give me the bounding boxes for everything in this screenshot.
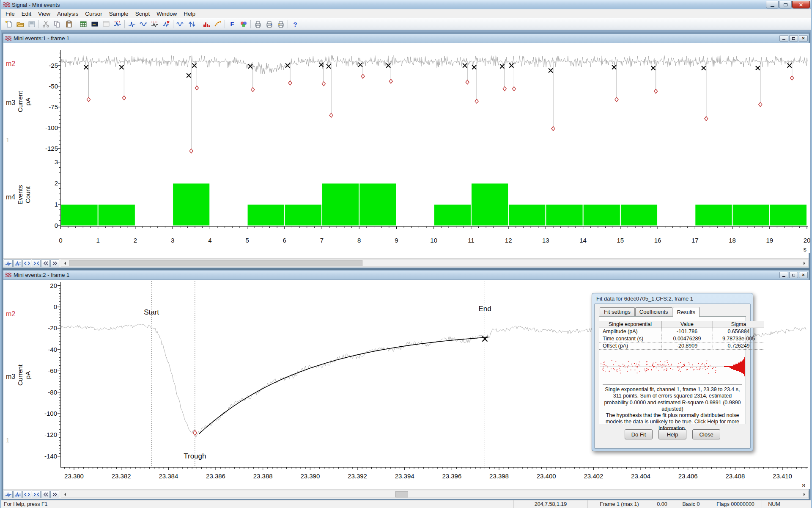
- open-file-icon[interactable]: [14, 19, 26, 30]
- maximize-icon: [792, 274, 795, 276]
- window2-titlebar[interactable]: Mini events:2 - frame 1 ×: [3, 271, 809, 280]
- data-view-icon[interactable]: [126, 19, 137, 30]
- x-tick-label: 2: [134, 237, 137, 244]
- trace-and-histogram-plot[interactable]: -25-50-75-100-12501230123456789101112131…: [3, 43, 810, 253]
- x-axis-expand-icon[interactable]: [22, 260, 31, 267]
- status-flags: Flags 00000000: [709, 500, 762, 508]
- fit-data-icon[interactable]: [212, 19, 223, 30]
- tab-fit-settings[interactable]: Fit settings: [600, 307, 635, 316]
- window2-scroll-thumb[interactable]: [395, 491, 408, 497]
- status-bar: For Help, press F1204,7.58,1.19Frame 1 (…: [1, 500, 811, 508]
- frame-number-label[interactable]: 1: [6, 136, 9, 144]
- window1-titlebar[interactable]: Mini events:1 - frame 1 ×: [3, 34, 809, 43]
- x-axis-expand-icon[interactable]: [22, 491, 31, 498]
- residual-point: [636, 364, 637, 364]
- new-file-icon[interactable]: [3, 19, 14, 30]
- copy-icon[interactable]: [52, 19, 63, 30]
- x-tick-label: 23.410: [773, 472, 792, 480]
- window1-maximize-button[interactable]: [789, 35, 798, 41]
- window1-scroll-thumb[interactable]: [69, 260, 362, 266]
- overdraw-mode-icon[interactable]: [13, 260, 22, 267]
- window2-hscrollbar[interactable]: [61, 491, 809, 498]
- sort-frames-icon[interactable]: [186, 19, 198, 30]
- window1-close-button[interactable]: ×: [799, 35, 808, 41]
- paste-icon[interactable]: [63, 19, 74, 30]
- maximize-button[interactable]: [779, 1, 792, 8]
- scroll-right-arrow[interactable]: [801, 491, 808, 497]
- frame-number-label[interactable]: 1: [6, 436, 9, 444]
- x-axis-compress-icon[interactable]: [32, 260, 41, 267]
- print-log-icon[interactable]: [275, 19, 286, 30]
- menu-script[interactable]: Script: [132, 10, 154, 18]
- overdraw-mode-icon[interactable]: [13, 491, 22, 498]
- cut-icon[interactable]: [40, 19, 52, 30]
- menu-file[interactable]: File: [2, 10, 18, 18]
- menu-analysis[interactable]: Analysis: [54, 10, 82, 18]
- menu-cursor[interactable]: Cursor: [82, 10, 106, 18]
- event-trough-diamond-marker: [122, 96, 126, 100]
- close-button[interactable]: ✕: [792, 1, 810, 8]
- output-window-icon[interactable]: [89, 19, 100, 30]
- reject-frames-icon[interactable]: [160, 19, 172, 30]
- x-axis-compress-icon[interactable]: [32, 491, 41, 498]
- scroll-right-fast-icon[interactable]: [50, 491, 59, 498]
- overdraw-frames-icon[interactable]: [149, 19, 160, 30]
- window1-navstrip: [3, 258, 809, 268]
- scroll-left-fast-icon[interactable]: [41, 260, 50, 267]
- sample-control-icon[interactable]: [112, 19, 123, 30]
- channel-m3-label[interactable]: m3: [6, 373, 15, 380]
- x-tick-label: 10: [430, 237, 437, 244]
- y-tick-label: -140: [44, 453, 57, 460]
- channel-mode-icon[interactable]: [4, 491, 13, 498]
- scroll-left-fast-icon[interactable]: [41, 491, 50, 498]
- process-wave-icon[interactable]: [175, 19, 186, 30]
- residual-point: [638, 364, 639, 365]
- x-tick-label: 17: [691, 237, 699, 244]
- menu-sample[interactable]: Sample: [106, 10, 132, 18]
- scroll-right-fast-icon[interactable]: [50, 260, 59, 267]
- window1-minimize-button[interactable]: [779, 35, 788, 41]
- scroll-left-arrow[interactable]: [61, 260, 69, 266]
- xy-view-icon[interactable]: [137, 19, 149, 30]
- menu-view[interactable]: View: [35, 10, 54, 18]
- channel-m3-label[interactable]: m3: [6, 99, 15, 106]
- colours-icon[interactable]: [238, 19, 249, 30]
- window2-close-button[interactable]: ×: [799, 272, 808, 278]
- menu-edit[interactable]: Edit: [18, 10, 35, 18]
- residual-point: [661, 367, 662, 368]
- help-icon[interactable]: ?: [289, 19, 301, 30]
- channel-m4-label[interactable]: m4: [6, 193, 15, 201]
- fit-table-cell: Amplitude (pA): [599, 328, 661, 335]
- minimize-button[interactable]: [766, 1, 779, 8]
- tab-results[interactable]: Results: [673, 307, 700, 317]
- save-file-icon[interactable]: [26, 19, 37, 30]
- event-trough-diamond-marker: [361, 74, 365, 78]
- channel-m2-label[interactable]: m2: [6, 310, 15, 318]
- status-help-text: For Help, press F1: [1, 500, 513, 508]
- window1-hscrollbar[interactable]: [61, 260, 809, 267]
- tab-coefficients[interactable]: Coefficients: [635, 307, 672, 316]
- graph-editor-icon[interactable]: [100, 19, 112, 30]
- channel-mode-icon[interactable]: [4, 260, 13, 267]
- menu-window[interactable]: Window: [153, 10, 180, 18]
- print-visible-icon[interactable]: [263, 19, 275, 30]
- scroll-right-arrow[interactable]: [801, 260, 808, 266]
- histogram-view-icon[interactable]: [200, 19, 212, 30]
- print-icon[interactable]: [252, 19, 263, 30]
- scroll-left-arrow[interactable]: [61, 491, 69, 497]
- residual-point: [623, 366, 624, 367]
- channel-m2-label[interactable]: m2: [6, 60, 15, 67]
- y-tick-label: -120: [44, 431, 57, 438]
- residual-point: [664, 364, 664, 365]
- residual-point: [664, 370, 664, 370]
- residual-point: [662, 364, 663, 365]
- residual-point: [686, 370, 687, 370]
- font-dialog-icon[interactable]: F: [226, 19, 238, 30]
- window2-minimize-button[interactable]: [779, 272, 788, 278]
- residual-point: [646, 364, 647, 365]
- menu-help[interactable]: Help: [180, 10, 199, 18]
- app-titlebar[interactable]: Signal - Mini events ✕: [1, 0, 811, 9]
- window2-maximize-button[interactable]: [789, 272, 798, 278]
- fit-dialog-titlebar[interactable]: Fit data for 6dec0705_1.CFS:2, frame 1: [592, 293, 753, 304]
- sampling-config-icon[interactable]: [77, 19, 89, 30]
